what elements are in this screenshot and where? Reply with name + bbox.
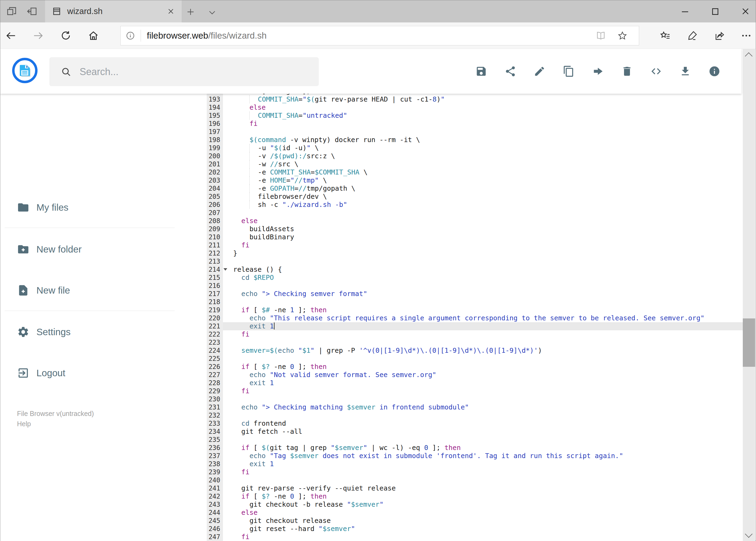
code-line[interactable]: 214release () { [207,266,743,273]
code-line[interactable]: 198 $(command -v winpty) docker run --rm… [207,136,743,144]
code-line[interactable]: 242 if [ $? -ne 0 ]; then [207,492,743,500]
code-line[interactable]: 200 -v /$(pwd):/src:z \ [207,152,743,160]
code-line[interactable]: 246 git reset --hard "$semver" [207,525,743,533]
code-line[interactable]: 233 cd frontend [207,419,743,427]
code-line[interactable]: 225 [207,355,743,363]
code-line[interactable]: 212} [207,249,743,258]
code-line[interactable]: 244 else [207,509,743,517]
web-notes-button[interactable] [687,30,698,41]
code-line[interactable]: 218 [207,298,743,306]
code-line[interactable]: 208 else [207,217,743,225]
code-line[interactable]: 205 filebrowser/dev \ [207,193,743,201]
code-line[interactable]: 220 echo "This release script requires a… [207,314,743,322]
filebrowser-logo[interactable] [12,58,38,83]
code-line[interactable]: 202 -e COMMIT_SHA=$COMMIT_SHA \ [207,168,743,176]
code-line[interactable]: 236 if [ $(git tag | grep "$semver" | wc… [207,444,743,452]
share-file-button[interactable] [504,65,516,77]
code-line[interactable]: 223 [207,338,743,346]
forward-button[interactable] [33,30,44,41]
code-line[interactable]: 193 COMMIT_SHA="$(git rev-parse HEAD | c… [207,95,743,104]
code-line[interactable]: 216 [207,282,743,290]
code-line[interactable]: 235 [207,436,743,444]
scrollbar-thumb[interactable] [743,318,755,367]
code-line[interactable]: 222 fi [207,330,743,338]
code-line[interactable]: 245 git checkout release [207,517,743,525]
code-line[interactable]: 194 else [207,104,743,112]
site-info-icon[interactable] [126,31,135,41]
close-window-button[interactable] [740,6,751,17]
move-button[interactable] [592,65,604,77]
share-page-button[interactable] [714,30,725,41]
code-line[interactable]: 247 fi [207,533,743,541]
address-bar[interactable]: filebrowser.web /files/wizard.sh [121,26,639,45]
scroll-up-icon[interactable] [745,52,752,60]
sidebar-item-new-file[interactable]: New file [0,278,207,303]
new-tab-button[interactable] [186,7,195,16]
home-button[interactable] [88,30,99,41]
maximize-button[interactable] [710,6,721,17]
search-input[interactable] [79,66,319,78]
info-button[interactable] [708,65,720,77]
code-line[interactable]: 240 [207,476,743,484]
back-button[interactable] [5,30,16,41]
code-line[interactable]: 206 sh -c "./wizard.sh -b" [207,201,743,209]
sidebar-item-logout[interactable]: Logout [0,360,207,385]
sidebar-item-settings[interactable]: Settings [0,319,207,344]
code-line[interactable]: 203 -e HOME="//tmp" \ [207,176,743,185]
code-line[interactable]: 199 -u "$(id -u)" \ [207,144,743,152]
code-line[interactable]: 238 exit 1 [207,460,743,468]
code-line[interactable]: 239 fi [207,468,743,476]
code-line[interactable]: 227 echo "Not valid semver format. See s… [207,371,743,379]
scroll-down-icon[interactable] [745,530,752,538]
code-line[interactable]: 243 git checkout -b release "$semver" [207,500,743,509]
help-link[interactable]: Help [17,419,94,429]
code-line[interactable]: 207 [207,209,743,217]
sidebar-item-new-folder[interactable]: New folder [0,237,207,262]
code-line[interactable]: 204 -e GOPATH=//tmp/gopath \ [207,185,743,193]
code-line[interactable]: 197 [207,128,743,136]
code-line[interactable]: 228 exit 1 [207,379,743,387]
favorite-star-icon[interactable] [617,31,628,41]
code-line[interactable]: 196 fi [207,120,743,128]
settings-more-button[interactable] [741,30,752,41]
code-line[interactable]: 209 buildAssets [207,225,743,233]
page-scrollbar[interactable] [743,49,755,541]
code-line[interactable]: 217 echo "> Checking semver format" [207,290,743,298]
favorites-hub-button[interactable] [660,30,671,41]
minimize-button[interactable] [680,6,690,17]
code-line[interactable]: 241 git rev-parse --verify --quiet relea… [207,484,743,492]
code-line[interactable]: 195 COMMIT_SHA="untracked" [207,112,743,120]
code-line[interactable]: 226 if [ $? -ne 0 ]; then [207,363,743,371]
code-line[interactable]: 231 echo "> Checking matching $semver in… [207,403,743,411]
sidebar-item-my-files[interactable]: My files [0,195,207,220]
reading-view-icon[interactable] [596,31,606,41]
code-line[interactable]: 210 buildBinary [207,233,743,241]
code-line[interactable]: 213 [207,258,743,266]
download-button[interactable] [679,65,691,77]
code-line[interactable]: 219 if [ $# -ne 1 ]; then [207,306,743,314]
copy-button[interactable] [563,65,575,77]
code-line[interactable]: 211 fi [207,241,743,249]
code-line[interactable]: 215 cd $REPO [207,273,743,282]
tab-list-chevron-down-icon[interactable] [207,8,217,17]
tab-close-icon[interactable] [166,7,175,16]
delete-button[interactable] [621,65,633,77]
browser-tab-wizard[interactable]: wizard.sh [45,0,182,22]
save-button[interactable] [475,65,487,77]
raw-view-button[interactable] [650,65,662,77]
code-line[interactable]: 234 git fetch --all [207,427,743,436]
search-box[interactable] [49,57,319,86]
tab-preview-icon[interactable] [6,6,18,17]
code-editor[interactable]: 192 if [ -d .git ]; then193 COMMIT_SHA="… [207,94,743,541]
code-line[interactable]: 201 -w //src \ [207,160,743,168]
fold-arrow-icon[interactable] [223,268,227,270]
code-line[interactable]: 229 fi [207,387,743,395]
code-line[interactable]: 230 [207,395,743,403]
code-line[interactable]: 221 exit 1 [207,322,743,330]
code-line[interactable]: 232 [207,411,743,419]
set-tabs-aside-icon[interactable] [26,6,38,17]
code-line[interactable]: 224 semver=$(echo "$1" | grep -P '^v(0|[… [207,346,743,355]
code-line[interactable]: 237 echo "Tag $semver does not exist in … [207,452,743,460]
refresh-button[interactable] [60,30,72,41]
edit-button[interactable] [534,65,546,77]
